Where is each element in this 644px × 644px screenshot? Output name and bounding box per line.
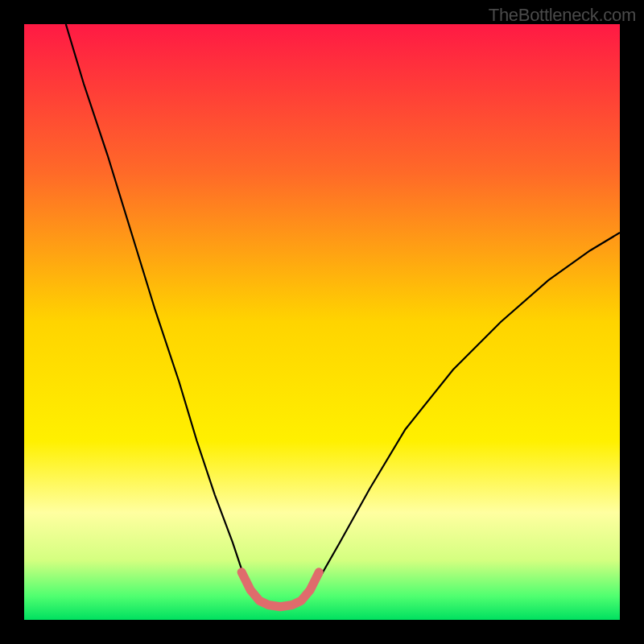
chart-svg (24, 24, 620, 620)
watermark-text: TheBottleneck.com (489, 5, 636, 26)
chart-plot-area (24, 24, 620, 620)
gradient-bg (24, 24, 620, 620)
chart-frame: TheBottleneck.com (0, 0, 644, 644)
